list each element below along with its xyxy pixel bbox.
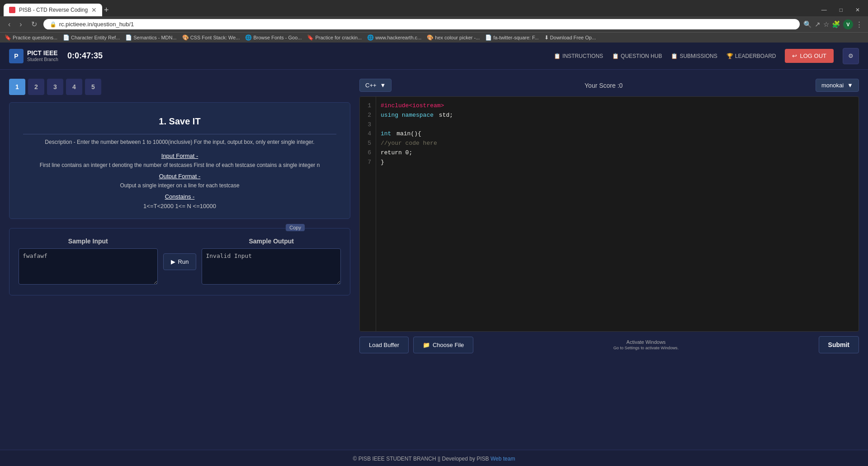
reload-button[interactable]: ↻ <box>28 19 40 29</box>
sample-input-label: Sample Input <box>19 238 158 245</box>
q-tab-3[interactable]: 3 <box>47 79 63 95</box>
menu-icon[interactable]: ⋮ <box>856 20 863 29</box>
window-controls: — □ ✕ <box>817 6 864 14</box>
theme-select[interactable]: monokai ▼ <box>816 79 859 92</box>
back-button[interactable]: ‹ <box>5 19 13 29</box>
new-tab-button[interactable]: + <box>104 5 109 15</box>
address-bar-row: ‹ › ↻ 🔒 rc.pictieee.in/question_hub/1 🔍 … <box>0 16 868 32</box>
bookmark-hackerearth[interactable]: 🌐www.hackerearth.c... <box>367 34 421 41</box>
bookmark-star-icon[interactable]: ☆ <box>823 20 829 29</box>
editor-header: C++ ▼ Your Score :0 monokai ▼ <box>359 79 859 92</box>
bookmarks-bar: 🔖Practice questions... 📄Character Entity… <box>0 32 868 43</box>
input-format-title: Input Format - <box>23 152 336 159</box>
choose-file-label: Choose File <box>433 342 464 348</box>
nav-links: 📋 INSTRUCTIONS 📋 QUESTION HUB 📋 SUBMISSI… <box>554 48 859 64</box>
tab-favicon <box>9 7 15 13</box>
load-buffer-button[interactable]: Load Buffer <box>359 337 409 353</box>
maximize-button[interactable]: □ <box>835 6 847 14</box>
extension-icons: 🔍 ↗ ☆ 🧩 V ⋮ <box>803 19 863 29</box>
lang-dropdown-icon: ▼ <box>380 82 386 89</box>
nav-question-hub[interactable]: 📋 QUESTION HUB <box>612 53 662 59</box>
nav-logo: P PICT IEEE Student Branch <box>9 49 58 63</box>
minimize-button[interactable]: — <box>817 6 831 14</box>
choose-file-button[interactable]: 📁 Choose File <box>413 337 473 353</box>
code-line-5: //your code here <box>381 139 854 148</box>
footer-link[interactable]: Web team <box>491 456 515 462</box>
logout-button[interactable]: ↩ LOG OUT <box>785 49 834 63</box>
sample-output-textarea[interactable] <box>202 248 341 285</box>
timer: 0:0:47:35 <box>67 51 103 61</box>
q-tab-4[interactable]: 4 <box>66 79 82 95</box>
bookmark-semantics[interactable]: 📄Semantics - MDN... <box>125 34 176 41</box>
search-icon[interactable]: 🔍 <box>803 20 812 29</box>
code-line-6: return 0; <box>381 148 854 158</box>
theme-value: monokai <box>821 82 844 89</box>
nav-extra-icon[interactable]: ⚙ <box>843 48 859 64</box>
right-panel: C++ ▼ Your Score :0 monokai ▼ 1 2 3 4 5 <box>359 79 859 353</box>
file-icon: 📁 <box>423 342 430 348</box>
footer: © PISB IEEE STUDENT BRANCH || Developed … <box>0 450 868 466</box>
run-button[interactable]: ▶ Run <box>163 253 197 270</box>
extension-icon[interactable]: 🧩 <box>832 20 840 29</box>
editor-footer: Load Buffer 📁 Choose File Activate Windo… <box>359 336 859 353</box>
user-avatar[interactable]: V <box>843 19 853 29</box>
language-select[interactable]: C++ ▼ <box>359 79 392 92</box>
sample-output-label: Sample Output <box>202 238 341 245</box>
bookmark-fa-twitter[interactable]: 📄fa-twitter-square: F... <box>485 34 538 41</box>
theme-dropdown-icon: ▼ <box>847 82 853 89</box>
line-numbers: 1 2 3 4 5 6 7 <box>360 97 376 331</box>
nav-instructions[interactable]: 📋 INSTRUCTIONS <box>554 53 603 59</box>
browser-tab[interactable]: PISB - CTD Reverse Coding ✕ <box>4 4 102 16</box>
q-tab-5[interactable]: 5 <box>85 79 101 95</box>
constraints-text: 1<=T<2000 1<= N <=10000 <box>23 203 336 209</box>
sample-output-box: Sample Output <box>202 238 341 286</box>
io-grid: Sample Input ▶ Run Sample Output <box>19 238 341 286</box>
windows-notice: Activate WindowsGo to Settings to activa… <box>478 339 814 350</box>
url-text: rc.pictieee.in/question_hub/1 <box>59 21 134 28</box>
forward-button[interactable]: › <box>17 19 24 29</box>
output-format-text: Output a single integer on a line for ea… <box>23 182 336 189</box>
q-tab-2[interactable]: 2 <box>28 79 44 95</box>
address-bar[interactable]: 🔒 rc.pictieee.in/question_hub/1 <box>43 19 800 29</box>
question-title: 1. Save IT <box>23 116 336 127</box>
main-content: 1 2 3 4 5 1. Save IT Description - Enter… <box>0 70 868 362</box>
nav-submissions[interactable]: 📋 SUBMISSIONS <box>671 53 717 59</box>
bookmark-browse-fonts[interactable]: 🌐Browse Fonts - Goo... <box>245 34 302 41</box>
bookmark-practice2[interactable]: 🔖Practice for crackin... <box>307 34 362 41</box>
nav-leaderboard[interactable]: 🏆 LEADERBOARD <box>726 53 776 59</box>
bookmark-css-font[interactable]: 🎨CSS Font Stack: We... <box>182 34 240 41</box>
language-value: C++ <box>365 82 377 89</box>
left-panel: 1 2 3 4 5 1. Save IT Description - Enter… <box>9 79 350 295</box>
input-format-text: First line contains an integer t denotin… <box>23 162 336 168</box>
code-line-2: using namespace std; <box>381 111 854 120</box>
sample-input-textarea[interactable] <box>19 248 158 285</box>
lock-icon: 🔒 <box>50 21 57 28</box>
q-tab-1[interactable]: 1 <box>9 79 25 95</box>
navbar: P PICT IEEE Student Branch 0:0:47:35 📋 I… <box>0 43 868 70</box>
question-tabs: 1 2 3 4 5 <box>9 79 350 95</box>
run-label: Run <box>178 258 189 265</box>
tab-close-button[interactable]: ✕ <box>91 6 97 14</box>
tab-title: PISB - CTD Reverse Coding <box>19 7 88 13</box>
io-section: Copy Sample Input ▶ Run Sample Output <box>9 228 350 295</box>
bookmark-hex[interactable]: 🎨hex colour picker -... <box>427 34 480 41</box>
code-line-7: } <box>381 158 854 167</box>
logo-text: PICT IEEE Student Branch <box>27 49 58 62</box>
app: P PICT IEEE Student Branch 0:0:47:35 📋 I… <box>0 43 868 450</box>
code-editor[interactable]: 1 2 3 4 5 6 7 #include<iostream> using n… <box>359 96 859 332</box>
bookmark-download[interactable]: ⬇Download Free Op... <box>544 34 596 41</box>
constraints-title: Constains - <box>23 193 336 200</box>
share-icon[interactable]: ↗ <box>815 20 821 29</box>
code-line-3 <box>381 120 854 130</box>
bookmark-practice[interactable]: 🔖Practice questions... <box>5 34 57 41</box>
question-description: Description - Enter the number between 1… <box>23 139 336 145</box>
code-line-4: int main(){ <box>381 129 854 139</box>
bookmark-character[interactable]: 📄Character Entity Ref... <box>63 34 120 41</box>
code-area[interactable]: #include<iostream> using namespace std; … <box>376 97 859 331</box>
footer-text: © PISB IEEE STUDENT BRANCH || Developed … <box>353 456 489 462</box>
submit-button[interactable]: Submit <box>819 336 859 353</box>
close-window-button[interactable]: ✕ <box>851 6 864 14</box>
output-format-title: Output Format - <box>23 173 336 180</box>
copy-badge[interactable]: Copy <box>286 224 305 231</box>
question-card: 1. Save IT Description - Enter the numbe… <box>9 102 350 219</box>
